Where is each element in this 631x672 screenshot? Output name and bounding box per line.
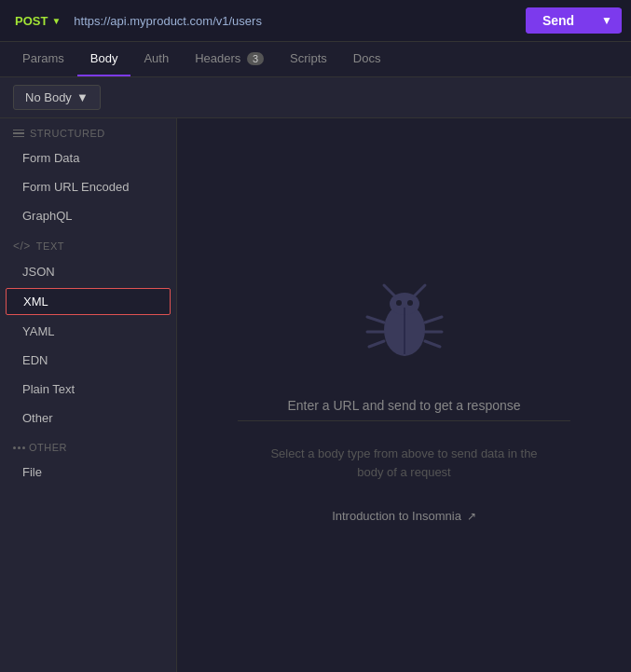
tab-body[interactable]: Body [77, 42, 131, 76]
send-button[interactable]: Send [526, 7, 591, 34]
main-heading: Enter a URL and send to get a response [287, 398, 520, 413]
chevron-down-icon: ▼ [51, 16, 61, 26]
send-dropdown-button[interactable]: ▼ [592, 8, 622, 33]
headers-badge: 3 [247, 52, 264, 65]
svg-line-3 [414, 285, 425, 296]
bug-icon [358, 274, 451, 370]
top-bar: POST ▼ Send ▼ [0, 0, 631, 42]
body-type-selector[interactable]: No Body ▼ [13, 85, 101, 110]
sidebar-item-form-data[interactable]: Form Data [0, 144, 176, 172]
sidebar-item-file[interactable]: File [0, 458, 176, 487]
tab-auth[interactable]: Auth [130, 42, 182, 76]
main-content: STRUCTURED Form Data Form URL Encoded Gr… [0, 118, 631, 672]
menu-icon [13, 130, 24, 138]
sub-text: Select a body type from above to send da… [265, 445, 544, 481]
tab-scripts[interactable]: Scripts [277, 42, 340, 76]
right-panel: Enter a URL and send to get a response S… [177, 118, 631, 672]
tab-docs[interactable]: Docs [340, 42, 394, 76]
send-button-group: Send ▼ [526, 7, 622, 34]
sidebar-item-xml[interactable]: XML [6, 288, 171, 315]
method-selector[interactable]: POST ▼ [9, 10, 66, 32]
sidebar-item-plain-text[interactable]: Plain Text [0, 375, 176, 404]
sidebar-item-edn[interactable]: EDN [0, 346, 176, 375]
sidebar: STRUCTURED Form Data Form URL Encoded Gr… [0, 118, 177, 672]
sidebar-text-label: </> TEXT [0, 230, 176, 257]
svg-point-11 [407, 300, 413, 306]
svg-line-9 [425, 341, 440, 347]
sidebar-item-form-url-encoded[interactable]: Form URL Encoded [0, 172, 176, 201]
body-type-label: No Body [25, 90, 72, 104]
method-label: POST [15, 14, 48, 28]
separator [238, 420, 571, 421]
sidebar-item-graphql[interactable]: GraphQL [0, 201, 176, 230]
url-input[interactable] [74, 10, 518, 32]
sidebar-other-label: OTHER [0, 432, 176, 458]
body-type-chevron-icon: ▼ [76, 90, 89, 104]
code-icon: </> [13, 240, 31, 253]
tab-headers[interactable]: Headers 3 [182, 42, 277, 76]
tab-params[interactable]: Params [9, 42, 77, 76]
svg-line-7 [425, 317, 442, 322]
intro-link-label: Introduction to Insomnia [332, 509, 461, 523]
intro-link[interactable]: Introduction to Insomnia ↗ [332, 509, 476, 523]
svg-line-6 [369, 341, 384, 347]
tabs-row: Params Body Auth Headers 3 Scripts Docs [0, 42, 631, 77]
sidebar-item-yaml[interactable]: YAML [0, 317, 176, 346]
dots-icon [13, 446, 25, 449]
body-type-row: No Body ▼ [0, 77, 631, 118]
svg-line-2 [384, 285, 395, 296]
sidebar-item-json[interactable]: JSON [0, 257, 176, 286]
external-link-icon: ↗ [467, 510, 476, 523]
sidebar-structured-label: STRUCTURED [0, 118, 176, 144]
svg-point-10 [396, 300, 402, 306]
sidebar-item-other[interactable]: Other [0, 404, 176, 432]
svg-line-4 [367, 317, 384, 322]
